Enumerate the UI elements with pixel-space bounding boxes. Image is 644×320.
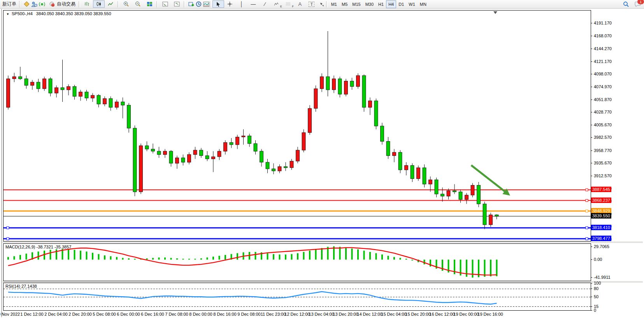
- candle-body: [465, 195, 469, 199]
- zoom-out-icon[interactable]: [132, 0, 144, 8]
- search-icon[interactable]: [622, 1, 630, 7]
- candle-body: [91, 95, 95, 98]
- line-handle[interactable]: [586, 210, 588, 212]
- timeframe-mn[interactable]: MN: [418, 0, 429, 8]
- candle-body: [37, 82, 40, 89]
- fibonacci-tool-icon[interactable]: F: [283, 0, 294, 8]
- axis-tick: [591, 247, 592, 247]
- axis-tick: [591, 297, 592, 297]
- market-watch-icon[interactable]: [23, 1, 30, 7]
- line-chart-type-icon[interactable]: [105, 0, 116, 8]
- line-handle[interactable]: [586, 199, 588, 202]
- axis-tick: [591, 150, 592, 151]
- rsi-canvas[interactable]: [4, 283, 591, 310]
- main-price-panel[interactable]: [3, 10, 591, 241]
- bar-chart-type-icon[interactable]: [81, 0, 93, 8]
- period-button[interactable]: ▼: [194, 0, 201, 8]
- timeframe-m1[interactable]: M1: [329, 0, 339, 8]
- candle-body: [109, 99, 112, 108]
- candle-body: [248, 136, 251, 143]
- candle-body: [411, 166, 414, 179]
- candle-body: [417, 168, 420, 178]
- macd-canvas[interactable]: [4, 244, 591, 281]
- timeframe-d1[interactable]: D1: [396, 0, 406, 8]
- chart-dropdown-icon[interactable]: ▼: [6, 12, 9, 16]
- candle-body: [169, 151, 173, 163]
- annotation-arrow[interactable]: [471, 165, 507, 193]
- axis-tick-label: 4074.970: [594, 84, 612, 89]
- candle-body: [212, 157, 215, 159]
- timeframe-h1[interactable]: H1: [376, 0, 386, 8]
- axis-tick: [591, 61, 592, 62]
- timeframe-m15[interactable]: M15: [350, 0, 363, 8]
- price-tag: 3868.237: [591, 198, 611, 203]
- candle-body: [133, 128, 137, 192]
- text-label-tool-icon[interactable]: T: [306, 0, 318, 8]
- chat-notification-icon[interactable]: 1: [634, 1, 642, 7]
- horizontal-line-tool-icon[interactable]: —: [247, 0, 259, 8]
- candle-body: [302, 133, 305, 150]
- tile-windows-icon[interactable]: [144, 0, 155, 8]
- candle-body: [398, 152, 402, 170]
- candle-body: [205, 156, 209, 159]
- axis-tick: [591, 259, 592, 260]
- candle-body: [453, 191, 456, 192]
- axis-tick: [591, 112, 592, 112]
- notification-badge: 1: [637, 0, 644, 4]
- macd-panel[interactable]: [3, 243, 591, 281]
- line-handle[interactable]: [7, 227, 9, 229]
- candlestick-chart-type-icon[interactable]: [93, 0, 105, 8]
- timeframe-m30[interactable]: M30: [363, 0, 376, 8]
- timeframe-m5[interactable]: M5: [339, 0, 350, 8]
- chart-shift-marker[interactable]: [493, 11, 497, 14]
- window-left-edge: [1, 9, 2, 317]
- axis-tick-label: 80: [594, 286, 598, 291]
- axis-tick: [591, 23, 592, 23]
- line-handle[interactable]: [7, 238, 9, 240]
- accounts-icon[interactable]: [30, 1, 38, 7]
- vertical-line-tool-icon[interactable]: │: [236, 0, 247, 8]
- candle-body: [19, 77, 22, 79]
- candle-body: [435, 180, 438, 194]
- macd-signal-line: [8, 248, 497, 275]
- candle-body: [332, 79, 336, 90]
- elliott-wave-tool-icon[interactable]: E: [271, 0, 283, 8]
- candle-body: [423, 168, 426, 184]
- axis-tick: [591, 74, 592, 74]
- trendline-tool-icon[interactable]: ∕: [259, 0, 271, 8]
- new-order-button[interactable]: 新订单: [0, 0, 18, 8]
- toolbar-separator: [79, 1, 80, 7]
- timeframe-w1[interactable]: W1: [406, 0, 418, 8]
- zoom-in-icon[interactable]: [120, 0, 132, 8]
- candle-body: [278, 167, 281, 171]
- text-tool-icon[interactable]: A: [294, 0, 306, 8]
- signals-icon[interactable]: [38, 1, 46, 7]
- panel-splitter[interactable]: [2, 241, 643, 243]
- line-handle[interactable]: [586, 238, 588, 240]
- rsi-panel[interactable]: [3, 283, 591, 311]
- candle-body: [127, 105, 131, 128]
- candle-body: [374, 101, 378, 126]
- axis-tick: [591, 176, 592, 176]
- rsi-line: [8, 292, 497, 304]
- indicator-list-icon[interactable]: [171, 0, 182, 8]
- candle-body: [103, 99, 107, 104]
- toolbar: 新订单 自动交易: [0, 0, 644, 9]
- arrows-tool-button[interactable]: ▼: [318, 0, 325, 8]
- line-handle[interactable]: [586, 227, 588, 229]
- autotrade-button[interactable]: 自动交易: [46, 0, 77, 8]
- template-button[interactable]: ▼: [201, 0, 209, 8]
- candle-body: [73, 87, 76, 96]
- crosshair-tool-icon[interactable]: [224, 0, 236, 8]
- candle-body: [163, 151, 167, 155]
- timeframe-h4[interactable]: H4: [386, 0, 396, 8]
- line-handle[interactable]: [586, 189, 588, 191]
- candle-body: [308, 108, 312, 133]
- price-chart-canvas[interactable]: [4, 10, 591, 241]
- candle-body: [338, 79, 342, 94]
- indicator-window-icon[interactable]: [159, 0, 171, 8]
- price-tag: 3848.929: [591, 208, 611, 213]
- cursor-tool-icon[interactable]: [212, 0, 224, 8]
- add-indicator-button[interactable]: ▼: [186, 0, 194, 8]
- toolbar-separator: [326, 1, 328, 7]
